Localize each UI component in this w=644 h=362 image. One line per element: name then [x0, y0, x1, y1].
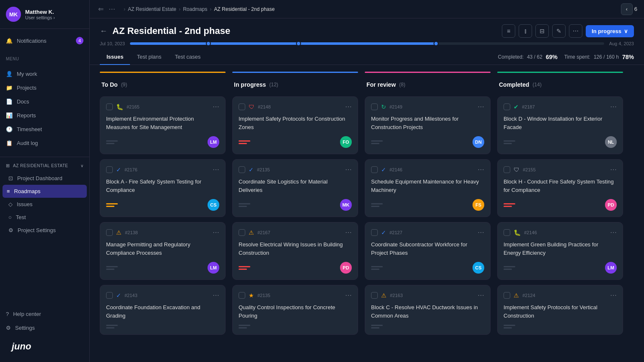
card-2138[interactable]: ⚠ #2138 ⋯ Manage Permitting and Regulato… [100, 222, 226, 280]
card-2187[interactable]: ✔ #2187 ⋯ Block D - Window Installation … [497, 96, 623, 154]
tab-test-cases[interactable]: Test cases [168, 49, 207, 65]
card-checkbox[interactable] [371, 229, 378, 236]
sidebar-item-project-dashboard[interactable]: ⊡ Project Dashboard [0, 172, 89, 185]
card-2149[interactable]: ↻ #2149 ⋯ Monitor Progress and Milestone… [365, 96, 491, 154]
sidebar-item-settings[interactable]: ⚙ Settings [6, 322, 83, 334]
card-priority-lines [106, 140, 118, 144]
card-2146-green[interactable]: 🐛 #2146 ⋯ Implement Green Building Pract… [497, 222, 623, 280]
card-2143[interactable]: ✓ #2143 ⋯ Coordinate Foundation Excavati… [100, 285, 226, 335]
card-2167[interactable]: ⚠ #2167 ⋯ Resolve Electrical Wiring Issu… [232, 222, 358, 280]
column-todo: To Do (9) 🐛 #2165 ⋯ Implement Environmen… [100, 72, 226, 335]
page-count: 6 [634, 6, 637, 12]
list-view-button[interactable]: ≡ [502, 24, 515, 38]
sidebar-item-audit-log[interactable]: 📋 Audit log [0, 136, 89, 150]
todo-indicator [100, 72, 226, 73]
card-menu-button[interactable]: ⋯ [345, 103, 352, 111]
sidebar-item-docs[interactable]: 📄 Docs [0, 95, 89, 109]
card-checkbox[interactable] [106, 103, 113, 110]
more-options-button[interactable]: ⋯ [569, 24, 582, 38]
org-section[interactable]: ⊞ AZ RESIDENTIAL ESTATE ∨ [0, 160, 89, 172]
nav-dots-button[interactable]: ⋯ [107, 3, 117, 15]
card-assignee: LM [208, 136, 219, 148]
card-2135-coord[interactable]: ✓ #2135 ⋯ Coordinate Site Logistics for … [232, 159, 358, 217]
sidebar-item-reports[interactable]: 📊 Reports [0, 109, 89, 122]
card-menu-button[interactable]: ⋯ [345, 165, 352, 173]
card-checkbox[interactable] [371, 166, 378, 173]
card-priority-lines [239, 203, 250, 207]
card-checkbox[interactable] [106, 292, 113, 299]
sidebar-item-roadmaps[interactable]: ≡ Roadmaps [3, 185, 87, 198]
card-menu-button[interactable]: ⋯ [478, 228, 484, 236]
card-2165[interactable]: 🐛 #2165 ⋯ Implement Environmental Protec… [100, 96, 226, 154]
card-id: #2165 [127, 104, 140, 109]
sidebar-item-test[interactable]: ○ Test [0, 211, 89, 224]
breadcrumb-roadmaps[interactable]: Roadmaps [183, 6, 207, 12]
card-checkbox[interactable] [239, 292, 245, 299]
card-menu-button[interactable]: ⋯ [213, 291, 219, 299]
card-checkbox[interactable] [504, 103, 510, 110]
card-menu-button[interactable]: ⋯ [213, 165, 219, 173]
card-2163[interactable]: ⚠ #2163 ⋯ Block C - Resolve HVAC Ductwor… [365, 285, 491, 335]
card-2135-quality[interactable]: ★ #2135 ⋯ Quality Control Inspections fo… [232, 285, 358, 335]
card-menu-button[interactable]: ⋯ [345, 228, 352, 236]
card-2176[interactable]: ✓ #2176 ⋯ Block A - Fire Safety System T… [100, 159, 226, 217]
card-assignee: LM [208, 262, 219, 274]
card-menu-button[interactable]: ⋯ [213, 103, 219, 111]
user-profile[interactable]: MK Matthew K. User settings › [0, 0, 89, 29]
card-2127[interactable]: ✓ #2127 ⋯ Coordinate Subcontractor Workf… [365, 222, 491, 280]
card-2146-schedule[interactable]: ✓ #2146 ⋯ Schedule Equipment Maintenance… [365, 159, 491, 217]
user-name: Matthew K. [25, 9, 55, 15]
card-priority-lines [371, 325, 383, 328]
card-checkbox[interactable] [239, 229, 245, 236]
sidebar-item-timesheet[interactable]: 🕐 Timesheet [0, 122, 89, 136]
card-assignee: PD [605, 199, 617, 211]
card-2124[interactable]: ⚠ #2124 ⋯ Implement Safety Protocols for… [497, 285, 623, 335]
card-checkbox[interactable] [371, 103, 378, 110]
folder-icon: 📁 [6, 85, 13, 91]
card-checkbox[interactable] [106, 229, 113, 236]
filter-button[interactable]: ⊟ [535, 24, 549, 38]
card-checkbox[interactable] [504, 292, 510, 299]
card-menu-button[interactable]: ⋯ [610, 103, 617, 111]
card-priority-lines [371, 266, 383, 270]
tab-test-plans[interactable]: Test plans [130, 49, 168, 65]
card-checkbox[interactable] [371, 292, 378, 299]
card-priority-lines [106, 266, 118, 270]
breadcrumb-az-residential[interactable]: AZ Residential Estate [128, 6, 176, 12]
card-checkbox[interactable] [504, 166, 510, 173]
card-menu-button[interactable]: ⋯ [610, 165, 617, 173]
card-id: #2187 [522, 104, 535, 109]
page-back-icon-button[interactable]: ← [100, 27, 107, 36]
sidebar-item-project-settings[interactable]: ⚙ Project Settings [0, 224, 89, 237]
sidebar-item-notifications[interactable]: 🔔 Notifications 4 [0, 33, 89, 48]
chart-view-button[interactable]: ⫿ [519, 24, 532, 38]
forreview-count: (8) [399, 82, 405, 88]
page-back-button[interactable]: ‹ [621, 3, 633, 15]
nav-back-button[interactable]: ⇐ [96, 3, 105, 15]
tab-issues[interactable]: Issues [100, 49, 130, 65]
card-menu-button[interactable]: ⋯ [610, 291, 617, 299]
card-assignee: NL [605, 136, 617, 148]
user-settings-link[interactable]: User settings › [25, 15, 55, 20]
card-checkbox[interactable] [106, 166, 113, 173]
card-checkbox[interactable] [239, 166, 245, 173]
sidebar-item-projects[interactable]: 📁 Projects [0, 81, 89, 95]
card-checkbox[interactable] [504, 229, 510, 236]
card-menu-button[interactable]: ⋯ [213, 228, 219, 236]
sidebar-item-help-center[interactable]: ? Help center [6, 308, 83, 320]
card-menu-button[interactable]: ⋯ [478, 165, 484, 173]
sidebar-item-issues[interactable]: ◇ Issues [0, 198, 89, 211]
card-2148[interactable]: 🛡 #2148 ⋯ Implement Safety Protocols for… [232, 96, 358, 154]
status-button[interactable]: In progress ∨ [586, 25, 634, 37]
list-icon: 📋 [6, 140, 13, 146]
card-priority-lines [504, 140, 515, 144]
card-menu-button[interactable]: ⋯ [478, 291, 484, 299]
card-menu-button[interactable]: ⋯ [478, 103, 484, 111]
card-checkbox[interactable] [239, 103, 245, 110]
sidebar-item-my-work[interactable]: 👤 My work [0, 67, 89, 81]
edit-button[interactable]: ✎ [552, 24, 566, 38]
card-assignee: FS [473, 199, 484, 211]
card-menu-button[interactable]: ⋯ [345, 291, 352, 299]
card-menu-button[interactable]: ⋯ [610, 228, 617, 236]
card-2155[interactable]: 🛡 #2155 ⋯ Block H - Conduct Fire Safety … [497, 159, 623, 217]
